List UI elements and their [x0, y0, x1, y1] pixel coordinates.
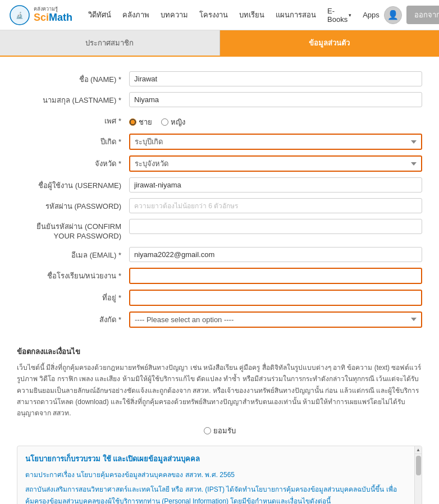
nav-planlesson[interactable]: แผนการสอน: [271, 7, 321, 23]
logo: 🔬 คลังความรู้ SciMath: [9, 4, 72, 26]
name-label: ชื่อ (NAME) *: [17, 71, 129, 85]
province2-select[interactable]: ---- Please select an option ----: [129, 311, 422, 328]
password-field: [129, 198, 422, 213]
logout-button[interactable]: ออกจากระบบ: [406, 6, 439, 24]
lastname-field: [129, 92, 422, 107]
province2-field: ---- Please select an option ----: [129, 311, 422, 328]
gender-field: ชาย หญิง: [129, 113, 422, 128]
nav-ebooks[interactable]: E-Books ▾: [323, 4, 356, 26]
main-nav: วิดีทัศน์ คลังภาพ บทความ โครงงาน บทเรียน…: [84, 4, 384, 26]
tabs-bar: ประกาศสมาชิก ข้อมูลส่วนตัว: [0, 30, 439, 57]
gender-label: เพศ *: [17, 113, 129, 126]
terms-agree-row: ยอมรับ: [17, 425, 422, 437]
address-input[interactable]: [129, 290, 422, 306]
policy-heading: นโยบายการเก็บรวบรวม ใช้ และเปิดเผยข้อมูล…: [25, 453, 410, 465]
policy-text2: สถาบันส่งเสริมการสอนวิทยาศาสตร์และเทคโนโ…: [25, 484, 410, 504]
tab-personal-info[interactable]: ข้อมูลส่วนตัว: [220, 30, 440, 56]
confirm-password-input[interactable]: [129, 219, 422, 234]
gender-male-radio[interactable]: [129, 118, 136, 126]
nav-lessons[interactable]: บทเรียน: [235, 7, 269, 23]
policy-panel[interactable]: นโยบายการเก็บรวบรวม ใช้ และเปิดเผยข้อมูล…: [17, 446, 422, 504]
main-container: ชื่อ (NAME) * นามสกุล (LASTNAME) * เพศ *…: [0, 57, 439, 504]
gender-male-label: ชาย: [139, 116, 152, 128]
school-field: [129, 268, 422, 284]
tab-register[interactable]: ประกาศสมาชิก: [0, 30, 220, 56]
address-field: [129, 290, 422, 306]
header-right: 👤 ออกจากระบบ: [384, 6, 439, 24]
username-label: ชื่อผู้ใช้งาน (USERNAME): [17, 177, 129, 191]
nav-images[interactable]: คลังภาพ: [118, 7, 154, 23]
avatar-icon: 👤: [387, 10, 399, 20]
birthyear-label: ปีเกิด *: [17, 134, 129, 147]
email-field: [129, 247, 422, 262]
lastname-input[interactable]: [129, 92, 422, 107]
gender-female-label: หญิง: [171, 116, 185, 128]
logo-brand: SciMath: [34, 12, 72, 24]
name-row: ชื่อ (NAME) *: [17, 71, 422, 86]
terms-title: ข้อตกลงและเงื่อนไข: [17, 346, 422, 358]
gender-row: เพศ * ชาย หญิง: [17, 113, 422, 128]
lastname-row: นามสกุล (LASTNAME) *: [17, 92, 422, 107]
email-label: อีเมล (EMAIL) *: [17, 247, 129, 260]
birthyear-select[interactable]: ระบุปีเกิด: [129, 134, 422, 150]
birthyear-field: ระบุปีเกิด: [129, 134, 422, 150]
province2-label: สังกัด *: [17, 311, 129, 325]
username-row: ชื่อผู้ใช้งาน (USERNAME): [17, 177, 422, 193]
nav-projects[interactable]: โครงงาน: [195, 7, 232, 23]
user-avatar[interactable]: 👤: [384, 6, 402, 24]
lastname-label: นามสกุล (LASTNAME) *: [17, 92, 129, 106]
logo-icon: 🔬: [9, 4, 30, 26]
province-row: จังหวัด * ระบุจังหวัด: [17, 155, 422, 172]
province2-row: สังกัด * ---- Please select an option --…: [17, 311, 422, 328]
terms-agree-radio[interactable]: [204, 427, 211, 434]
policy-text1: ตามประกาศเรื่อง นโยบายคุ้มครองข้อมูลส่วน…: [25, 469, 410, 480]
address-row: ที่อยู่ *: [17, 290, 422, 306]
birthyear-row: ปีเกิด * ระบุปีเกิด: [17, 134, 422, 150]
password-label: รหัสผ่าน (PASSWORD): [17, 198, 129, 212]
province-label: จังหวัด *: [17, 155, 129, 169]
gender-female-option[interactable]: หญิง: [161, 116, 185, 128]
scrollbar-thumb[interactable]: [416, 456, 421, 475]
terms-agree-label: ยอมรับ: [213, 425, 236, 437]
form-section: ชื่อ (NAME) * นามสกุล (LASTNAME) * เพศ *…: [17, 66, 422, 339]
name-field: [129, 71, 422, 86]
terms-text: เว็บไซต์นี้ มีสิ่งที่ถูกคุ้มครองด้วยกฎหม…: [17, 362, 422, 419]
school-label: ชื่อโรงเรียน/หน่วยงาน *: [17, 268, 129, 281]
email-row: อีเมล (EMAIL) *: [17, 247, 422, 262]
password-input[interactable]: [129, 198, 422, 213]
gender-male-option[interactable]: ชาย: [129, 116, 152, 128]
username-input[interactable]: [129, 177, 422, 193]
school-row: ชื่อโรงเรียน/หน่วยงาน *: [17, 268, 422, 284]
confirm-password-field: [129, 219, 422, 234]
nav-video[interactable]: วิดีทัศน์: [84, 7, 116, 23]
gender-female-radio[interactable]: [161, 118, 168, 126]
confirm-password-row: ยืนยันรหัสผ่าน (CONFIRM YOUR PASSWORD): [17, 219, 422, 241]
nav-articles[interactable]: บทความ: [156, 7, 193, 23]
confirm-password-label: ยืนยันรหัสผ่าน (CONFIRM YOUR PASSWORD): [17, 219, 129, 241]
scrollbar-up-arrow[interactable]: ▲: [415, 446, 422, 454]
username-field: [129, 177, 422, 193]
nav-apps[interactable]: Apps: [358, 8, 384, 21]
name-input[interactable]: [129, 71, 422, 86]
svg-text:🔬: 🔬: [16, 11, 24, 19]
province-field: ระบุจังหวัด: [129, 155, 422, 172]
terms-agree-option[interactable]: ยอมรับ: [204, 425, 236, 437]
terms-section: ข้อตกลงและเงื่อนไข เว็บไซต์นี้ มีสิ่งที่…: [17, 346, 422, 437]
gender-radio-group: ชาย หญิง: [129, 113, 422, 128]
chevron-down-icon: ▾: [349, 12, 351, 18]
province-select[interactable]: ระบุจังหวัด: [129, 155, 422, 172]
school-input[interactable]: [129, 268, 422, 284]
address-label: ที่อยู่ *: [17, 290, 129, 303]
logo-text: คลังความรู้ SciMath: [34, 7, 72, 24]
logo-sci: Sci: [34, 12, 49, 23]
header: 🔬 คลังความรู้ SciMath วิดีทัศน์ คลังภาพ …: [0, 0, 439, 30]
scrollbar[interactable]: ▲ ▼: [414, 446, 422, 504]
policy-wrapper: นโยบายการเก็บรวบรวม ใช้ และเปิดเผยข้อมูล…: [17, 446, 422, 504]
email-input[interactable]: [129, 247, 422, 262]
logo-math: Math: [49, 12, 72, 23]
password-row: รหัสผ่าน (PASSWORD): [17, 198, 422, 213]
